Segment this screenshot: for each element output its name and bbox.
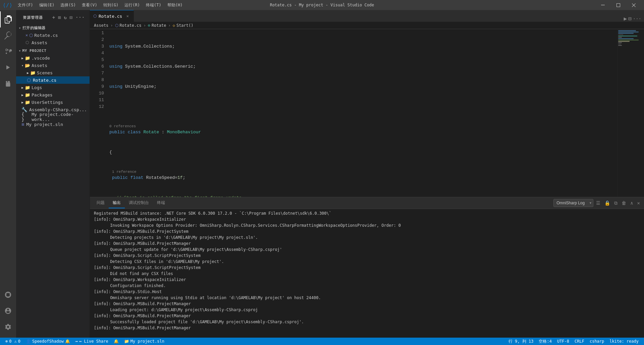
extensions-activity-icon[interactable] <box>0 76 16 92</box>
run-icon-editor[interactable]: ▶ <box>624 15 627 22</box>
search-activity-icon[interactable] <box>0 27 16 44</box>
menu-file[interactable]: 文件(F) <box>15 1 36 9</box>
tree-packages[interactable]: ▶ 📁 Packages <box>16 91 90 98</box>
menu-run[interactable]: 运行(R) <box>122 1 143 9</box>
new-folder-icon[interactable]: ⊞ <box>57 14 62 21</box>
vscode-arrow-icon: ▶ <box>21 56 23 60</box>
code-line-7: 1 reference public float RotateSpeed=1f; <box>107 169 617 181</box>
breadcrumb-start-method[interactable]: ◇ Start() <box>173 23 194 28</box>
project-header[interactable]: ▾ MY PROJECT <box>16 47 90 54</box>
assembly-file-name: Assembly-CSharp.csp... <box>29 107 87 112</box>
log-line-9: [info]: OmniSharp.Script.ScriptProjectSy… <box>94 265 640 271</box>
open-file-assets[interactable]: ⬡ Assets <box>16 39 90 46</box>
rotate-cs-icon: ⬡ <box>27 77 31 83</box>
panel-tab-output[interactable]: 输出 <box>109 198 125 208</box>
tree-scenes[interactable]: ▶ 📁 Scenes <box>16 69 90 76</box>
panel-close-icon[interactable]: ✕ <box>636 199 641 207</box>
split-editor-icon[interactable]: ⊟ <box>628 15 632 22</box>
panel-collapse-icon[interactable]: ∧ <box>629 199 634 207</box>
errors-status[interactable]: ⊗ 0 ⚠ 0 <box>3 338 23 345</box>
panel-tab-problems[interactable]: 问题 <box>93 198 109 208</box>
collapse-all-icon[interactable]: ⊟ <box>69 14 73 21</box>
refresh-icon[interactable]: ↻ <box>63 14 67 21</box>
log-line-16: Loading project: d:\GAMELAB\My project\A… <box>94 307 640 313</box>
log-line-13: [info]: OmniSharp.Stdio.Host <box>94 289 640 295</box>
open-editors-label: 打开的编辑器 <box>22 25 46 30</box>
menu-goto[interactable]: 转到(G) <box>101 1 121 9</box>
tab-rotate-cs[interactable]: ⬡ Rotate.cs ✕ <box>90 10 134 22</box>
restore-button[interactable] <box>610 0 626 10</box>
tree-sln[interactable]: ≡ My project.sln <box>16 121 90 128</box>
more-options-icon[interactable]: ··· <box>75 14 86 21</box>
sln-file-icon: ≡ <box>21 122 24 127</box>
remote-activity-icon[interactable] <box>0 287 16 303</box>
tree-rotate-cs[interactable]: ⬡ Rotate.cs <box>16 76 90 84</box>
encoding-status[interactable]: UTF-8 <box>554 338 572 345</box>
log-line-1: [info]: OmniSharp.WorkspaceInitializer <box>94 216 640 222</box>
project-folder-icon: 📁 <box>124 339 129 344</box>
cursor-position-status[interactable]: 行 9, 列 13 <box>506 338 536 345</box>
run-debug-activity-icon[interactable] <box>0 60 16 76</box>
statusbar-right: 行 9, 列 13 空格:4 UTF-8 CRLF csharp lkite: … <box>506 338 641 345</box>
panel-controls: OmniSharp Log Git Extension Host ☰ 🔒 ⧉ 🗑… <box>553 199 641 207</box>
indentation-label: 空格:4 <box>539 339 551 344</box>
live-share-arrow-icon: ↔ <box>75 339 78 344</box>
new-file-icon[interactable]: + <box>52 14 56 21</box>
scenes-arrow-icon: ▶ <box>27 71 29 75</box>
settings-activity-icon[interactable] <box>0 319 16 335</box>
language-status[interactable]: csharp <box>587 338 607 345</box>
source-control-activity-icon[interactable] <box>0 44 16 60</box>
minimize-button[interactable] <box>595 0 610 10</box>
tree-usersettings[interactable]: ▶ 📁 UserSettings <box>16 98 90 106</box>
tab-close-button[interactable]: ✕ <box>125 13 130 19</box>
breadcrumb-rotate-class[interactable]: ⊙ Rotate <box>148 23 166 28</box>
breadcrumb-rotate-cs[interactable]: ⬡ Rotate.cs <box>115 23 142 28</box>
project-status[interactable]: 📁 My project.sln <box>121 338 167 345</box>
minimap-content <box>618 29 644 197</box>
code-line-5-content: public class Rotate : MonoBehaviour <box>109 129 201 136</box>
tree-logs[interactable]: ▶ 📁 Logs <box>16 84 90 91</box>
indentation-status[interactable]: 空格:4 <box>536 338 554 345</box>
sidebar-header-icons: + ⊞ ↻ ⊟ ··· <box>52 14 86 21</box>
sync-status[interactable]: 🔔 <box>111 338 121 345</box>
explorer-activity-icon[interactable] <box>0 11 16 27</box>
tree-codework[interactable]: { } My project.code-work... <box>16 113 90 121</box>
panel-content[interactable]: Registered MSBuild instance: .NET Core S… <box>90 209 644 338</box>
tree-vscode[interactable]: ▶ 📁 .vscode <box>16 54 90 62</box>
menu-select[interactable]: 选择(S) <box>58 1 78 9</box>
lkite-status[interactable]: lkite: ready <box>607 338 641 345</box>
log-line-6: Queue project update for 'd:\GAMELAB\My … <box>94 247 640 253</box>
menu-edit[interactable]: 编辑(E) <box>37 1 57 9</box>
menu-terminal[interactable]: 终端(T) <box>143 1 164 9</box>
live-share-status[interactable]: ↔ ↔ Live Share <box>73 338 111 345</box>
more-editor-icon[interactable]: ··· <box>633 16 641 21</box>
panel-tab-debug-console[interactable]: 调试控制台 <box>125 198 153 208</box>
code-editor[interactable]: 1 2 3 4 5 6 7 8 9 10 11 12 using System.… <box>90 29 644 197</box>
tree-assets-folder[interactable]: ▾ 📂 Assets <box>16 62 90 69</box>
panel-tab-terminal[interactable]: 终端 <box>153 198 169 208</box>
line-ending-label: CRLF <box>575 339 584 344</box>
breadcrumb-assets[interactable]: Assets <box>94 23 108 28</box>
panel-filter-icon[interactable]: ☰ <box>595 199 602 207</box>
panel-copy-icon[interactable]: ⧉ <box>613 199 619 207</box>
menu-help[interactable]: 帮助(H) <box>165 1 185 9</box>
breadcrumb-cs-icon: ⬡ <box>115 23 118 28</box>
accounts-activity-icon[interactable] <box>0 303 16 319</box>
code-content[interactable]: using System.Collections; using System.C… <box>107 29 617 197</box>
panel-lock-icon[interactable]: 🔒 <box>603 199 611 207</box>
log-line-17: [info]: OmniSharp.MSBuild.ProjectManager <box>94 313 640 319</box>
user-badge-icon: 🔔 <box>65 339 70 344</box>
panel-log-dropdown[interactable]: OmniSharp Log Git Extension Host <box>553 199 593 207</box>
breadcrumb-method-icon: ◇ <box>173 23 175 28</box>
open-editors-header[interactable]: ▾ 打开的编辑器 <box>16 24 90 31</box>
menu-view[interactable]: 查看(V) <box>79 1 100 9</box>
close-button[interactable] <box>626 0 641 10</box>
user-status[interactable]: 👤 SpeedofShadow 🔔 <box>23 338 73 345</box>
line-ending-status[interactable]: CRLF <box>572 338 587 345</box>
open-file-rotate-cs[interactable]: ✕ ⬡ Rotate.cs <box>16 31 90 39</box>
log-line-11: [info]: OmniSharp.WorkspaceInitializer <box>94 277 640 283</box>
tabs-bar: ⬡ Rotate.cs ✕ ▶ ⊟ ··· <box>90 10 644 22</box>
titlebar: ⟨/⟩ 文件(F) 编辑(E) 选择(S) 查看(V) 转到(G) 运行(R) … <box>0 0 644 10</box>
lkite-label: lkite: ready <box>609 339 639 344</box>
panel-clear-icon[interactable]: 🗑 <box>620 199 628 207</box>
